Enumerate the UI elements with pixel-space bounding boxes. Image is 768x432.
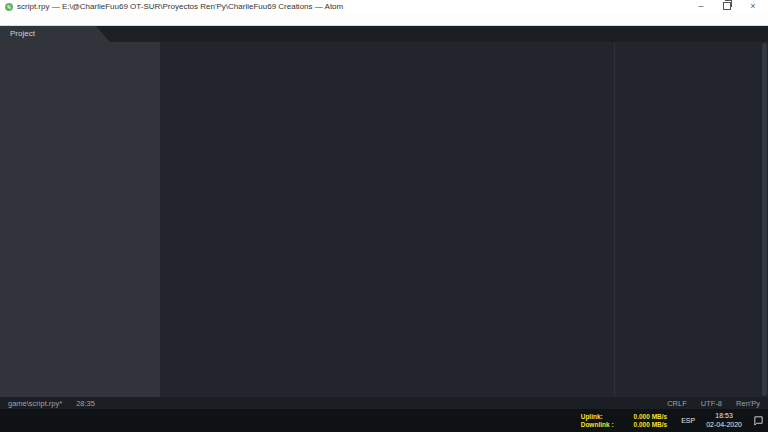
downlink-value: 0.000 MB/s [634,421,668,429]
status-cursor-position: 28:35 [76,399,95,408]
atom-window: script.rpy — E:\@CharlieFuu69 OT-SUR\Pro… [0,0,768,432]
taskbar-clock[interactable]: 18:53 02-04-2020 [700,412,748,429]
action-center-icon [753,415,764,426]
status-bar: game\script.rpy* 28:35 CRLF UTF-8 Ren'Py [0,397,768,409]
uplink-value: 0.000 MB/s [634,413,668,421]
title-bar: script.rpy — E:\@CharlieFuu69 OT-SUR\Pro… [0,0,768,13]
restore-button[interactable] [721,2,733,12]
file-tree [0,42,160,397]
minimize-button[interactable]: – [695,2,707,11]
clock-time: 18:53 [706,412,742,421]
tab-bar [160,26,768,42]
status-grammar[interactable]: Ren'Py [736,399,760,408]
window-title: script.rpy — E:\@CharlieFuu69 OT-SUR\Pro… [17,2,343,11]
menu-bar [0,13,768,26]
window-controls: – × [695,2,763,12]
windows-taskbar: Uplink: 0.000 MB/s Downlink : 0.000 MB/s… [0,409,768,432]
status-encoding[interactable]: UTF-8 [701,399,722,408]
downlink-label: Downlink : [581,421,614,429]
status-line-ending[interactable]: CRLF [667,399,687,408]
editor-column [160,26,768,397]
language-indicator[interactable]: ESP [676,417,700,424]
atom-app-icon [5,3,13,11]
code-editor[interactable] [160,42,768,397]
wrap-guide [614,42,615,397]
system-tray: Uplink: 0.000 MB/s Downlink : 0.000 MB/s… [581,409,768,432]
close-button[interactable]: × [747,2,759,11]
status-file-path: game\script.rpy* [8,399,62,408]
main-area: Project [0,26,768,397]
clock-date: 02-04-2020 [706,421,742,430]
project-sidebar: Project [0,26,160,397]
editor-scrollbar[interactable] [762,43,767,396]
uplink-label: Uplink: [581,413,614,421]
network-speed-monitor: Uplink: 0.000 MB/s Downlink : 0.000 MB/s [581,413,667,429]
action-center-button[interactable] [748,409,768,432]
project-tab[interactable]: Project [0,26,110,42]
sidebar-header: Project [0,26,160,42]
